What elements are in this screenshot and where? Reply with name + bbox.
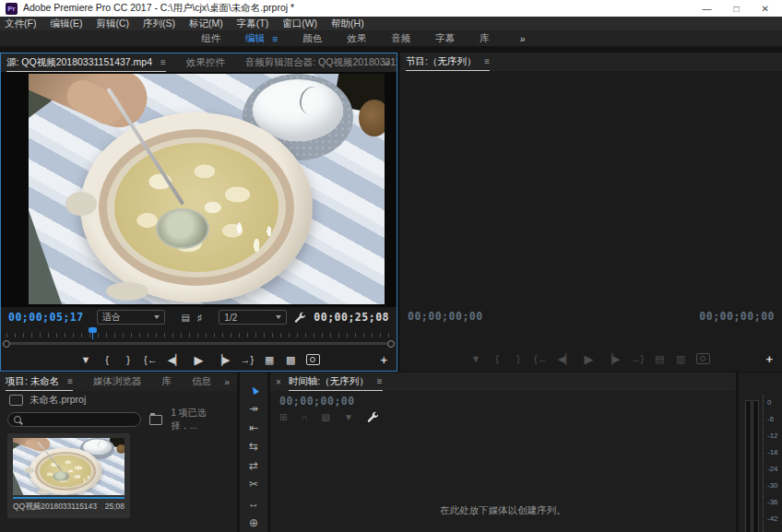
timeline-timecode[interactable]: 00;00;00;00 (279, 395, 355, 408)
workspace-tab-editing[interactable]: 编辑 (245, 32, 265, 45)
export-frame-icon[interactable] (306, 354, 320, 365)
button-editor-plus[interactable]: + (380, 353, 387, 367)
snap-icon[interactable]: ∩ (301, 412, 307, 422)
tab-timeline-label: 时间轴:（无序列） (289, 375, 369, 386)
close-tab-icon[interactable]: × (276, 377, 281, 387)
add-marker-icon[interactable]: ▼ (80, 354, 91, 365)
extract-icon[interactable]: ▥ (675, 353, 686, 365)
clip-scrub-bar[interactable] (13, 497, 124, 499)
workspace-tab-assembly[interactable]: 组件 (201, 32, 220, 45)
tab-overflow-icon[interactable]: » (224, 376, 230, 387)
source-time-ruler[interactable] (1, 327, 397, 339)
minimize-button[interactable]: — (703, 4, 712, 14)
mark-in-icon[interactable]: { (492, 353, 503, 364)
zoom-scroll-right-handle[interactable] (387, 340, 395, 348)
tab-overflow-icon[interactable]: » (384, 57, 389, 68)
playhead[interactable] (92, 327, 93, 339)
mark-out-icon[interactable]: } (123, 354, 134, 365)
zoom-level-dropdown[interactable]: 适合 (97, 310, 165, 325)
play-button[interactable]: ▶ (584, 352, 595, 366)
workspace-tab-audio[interactable]: 音频 (391, 32, 410, 45)
tab-libraries[interactable]: 库 (162, 375, 172, 388)
menu-item[interactable]: 帮助(H) (331, 18, 364, 30)
workspace-tab-color[interactable]: 颜色 (302, 32, 322, 45)
add-marker-icon[interactable]: ▼ (344, 412, 353, 422)
source-current-timecode[interactable]: 00;00;05;17 (8, 311, 84, 324)
source-video-viewer[interactable] (1, 72, 397, 307)
workspace-overflow-icon[interactable]: » (520, 33, 526, 44)
menu-item[interactable]: 窗口(W) (282, 18, 317, 30)
menu-item[interactable]: 文件(F) (5, 18, 36, 30)
insert-icon[interactable]: ▦ (264, 354, 275, 366)
tab-audio-clip-mixer[interactable]: 音频剪辑混合器: QQ视频20180331151437.mp4 (245, 56, 397, 69)
tab-project[interactable]: 项目: 未命名 ≡ (6, 373, 73, 391)
source-zoom-scrollbar[interactable] (1, 339, 397, 349)
project-clip-item[interactable]: QQ视频20180331151437... 25;08 (7, 433, 130, 518)
zoom-scroll-left-handle[interactable] (3, 340, 10, 348)
workspace-menu-icon[interactable]: ≡ (272, 33, 278, 44)
menu-item[interactable]: 序列(S) (143, 18, 175, 30)
go-to-in-icon[interactable]: {← (534, 353, 548, 364)
go-to-in-icon[interactable]: {← (144, 354, 158, 365)
go-to-out-icon[interactable]: →} (631, 353, 645, 364)
menu-item[interactable]: 字幕(T) (237, 18, 268, 30)
menu-item[interactable]: 标记(M) (189, 18, 223, 30)
add-marker-icon[interactable]: ▼ (470, 353, 481, 364)
tab-info[interactable]: 信息 (192, 375, 211, 388)
program-time-ruler[interactable] (400, 326, 782, 338)
menu-item[interactable]: 编辑(E) (50, 18, 82, 30)
rolling-edit-tool[interactable]: ⇆ (240, 437, 267, 456)
slip-tool[interactable]: ↔ (240, 494, 267, 514)
step-back-icon[interactable]: ◀▏ (558, 353, 574, 365)
track-select-forward-tool[interactable]: ↠ (240, 399, 267, 419)
premiere-logo-icon: Pr (6, 3, 18, 15)
selection-tool[interactable]: ▲ (240, 380, 267, 399)
output-settings-icon[interactable]: ▤ (182, 313, 190, 323)
tab-program-monitor[interactable]: 节目:（无序列） ≡ (406, 53, 490, 71)
playback-resolution-dropdown[interactable]: 1/2 (219, 310, 287, 325)
razor-tool[interactable]: ✂ (240, 475, 267, 494)
ripple-edit-tool[interactable]: ⇤ (240, 418, 267, 437)
settings-wrench-icon[interactable] (294, 312, 306, 324)
clip-thumbnail[interactable] (13, 438, 124, 495)
panel-menu-icon[interactable]: ≡ (484, 56, 490, 66)
hand-tool[interactable]: ⊕ (240, 513, 267, 532)
go-to-out-icon[interactable]: →} (241, 354, 255, 365)
mark-out-icon[interactable]: } (513, 353, 524, 364)
lift-icon[interactable]: ▤ (654, 353, 665, 365)
tab-media-browser[interactable]: 媒体浏览器 (93, 375, 142, 388)
step-forward-icon[interactable]: ▕▶ (215, 354, 231, 366)
workspace-tab-titles[interactable]: 字幕 (435, 32, 455, 45)
panel-menu-icon[interactable]: ≡ (377, 376, 383, 386)
panel-menu-icon[interactable]: ≡ (67, 376, 73, 386)
search-input[interactable] (7, 412, 141, 427)
zoom-scroll-track[interactable] (10, 342, 387, 345)
overwrite-icon[interactable]: ▩ (285, 354, 296, 366)
program-monitor-panel: 节目:（无序列） ≡ 00;00;00;00 00;00;00;00 ▼ { }… (400, 53, 782, 372)
export-frame-icon[interactable] (696, 353, 710, 364)
new-bin-icon[interactable] (149, 415, 162, 425)
timeline-drop-zone-message[interactable]: 在此处放下媒体以创建序列。 (270, 504, 736, 517)
panel-menu-icon[interactable]: ≡ (160, 57, 166, 67)
tab-source-monitor[interactable]: 源: QQ视频20180331151437.mp4 ≡ (6, 54, 166, 72)
tab-timeline[interactable]: 时间轴:（无序列） ≡ (289, 373, 383, 391)
step-back-icon[interactable]: ◀▏ (168, 354, 184, 366)
close-button[interactable]: ✕ (762, 4, 769, 14)
tab-effect-controls[interactable]: 效果控件 (186, 56, 225, 69)
linked-selection-icon[interactable]: ▧ (322, 412, 330, 422)
program-video-viewer[interactable] (400, 71, 782, 306)
workspace-tab-effects[interactable]: 效果 (347, 32, 366, 45)
maximize-button[interactable]: □ (734, 4, 740, 14)
playback-settings-icon[interactable]: ♯ (197, 313, 202, 323)
mark-in-icon[interactable]: { (101, 354, 113, 365)
rate-stretch-tool[interactable]: ⇄ (240, 456, 267, 476)
play-button[interactable]: ▶ (194, 353, 205, 367)
timeline-settings-wrench-icon[interactable] (367, 411, 379, 423)
workspace-tab-libraries[interactable]: 库 (480, 32, 490, 45)
menu-item[interactable]: 剪辑(C) (96, 18, 129, 30)
ladle-bowl (156, 208, 209, 249)
program-zoom-scrollbar[interactable] (400, 338, 782, 348)
nest-insert-icon[interactable]: ⊞ (279, 412, 287, 422)
button-editor-plus[interactable]: + (765, 352, 773, 366)
step-forward-icon[interactable]: ▕▶ (605, 353, 621, 365)
